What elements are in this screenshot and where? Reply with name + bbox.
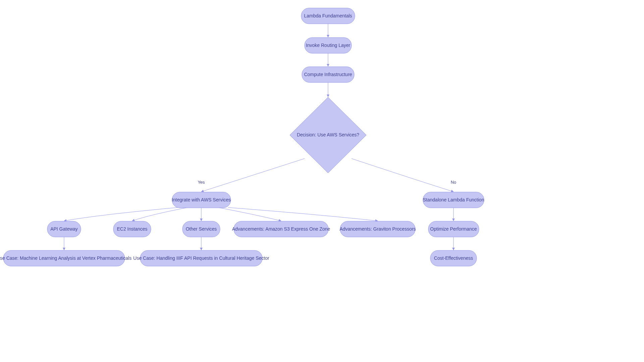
node-graviton: Advancements: Graviton Processors [339, 221, 416, 237]
svg-text:Integrate with AWS Services: Integrate with AWS Services [172, 197, 231, 202]
edge-n4-n6 [352, 159, 453, 192]
node-api-gateway: API Gateway [47, 221, 81, 237]
node-s3-express: Advancements: Amazon S3 Express One Zone [232, 221, 330, 237]
node-compute-infrastructure: Compute Infrastructure [302, 67, 354, 82]
svg-text:Compute Infrastructure: Compute Infrastructure [304, 72, 352, 77]
edge-label-yes: Yes [198, 180, 205, 185]
svg-text:Use Case: Handling IIIF API Re: Use Case: Handling IIIF API Requests in … [133, 255, 269, 261]
svg-text:Advancements: Amazon S3 Expres: Advancements: Amazon S3 Express One Zone [232, 226, 330, 232]
edge-n5-n8 [132, 207, 188, 221]
svg-text:Optimize Performance: Optimize Performance [430, 226, 477, 232]
node-other-services: Other Services [182, 221, 220, 237]
node-usecase-iiif: Use Case: Handling IIIF API Requests in … [133, 250, 269, 266]
svg-text:Decision: Use AWS Services?: Decision: Use AWS Services? [297, 132, 359, 137]
node-invoke-routing-layer: Invoke Routing Layer [305, 38, 352, 53]
node-integrate-aws: Integrate with AWS Services [172, 192, 231, 208]
svg-text:API Gateway: API Gateway [50, 226, 78, 232]
svg-text:Cost-Effectiveness: Cost-Effectiveness [434, 255, 473, 261]
edge-label-no: No [451, 180, 457, 185]
edges: Yes No [64, 24, 456, 250]
svg-text:Use Case: Machine Learning Ana: Use Case: Machine Learning Analysis at V… [0, 255, 131, 261]
edge-n4-n5 [201, 159, 305, 192]
svg-text:Other Services: Other Services [186, 226, 217, 232]
node-ec2-instances: EC2 Instances [113, 221, 151, 237]
node-standalone-lambda: Standalone Lambda Function [423, 192, 484, 208]
svg-text:EC2 Instances: EC2 Instances [117, 226, 147, 232]
edge-n5-n11 [228, 207, 378, 221]
edge-n5-n10 [218, 207, 281, 221]
svg-text:Invoke Routing Layer: Invoke Routing Layer [306, 43, 351, 48]
node-usecase-vertex: Use Case: Machine Learning Analysis at V… [0, 250, 131, 266]
node-lambda-fundamentals: Lambda Fundamentals [301, 8, 355, 24]
svg-text:Advancements: Graviton Process: Advancements: Graviton Processors [339, 226, 416, 232]
svg-text:Lambda Fundamentals: Lambda Fundamentals [304, 13, 352, 18]
edge-n5-n7 [64, 207, 178, 221]
node-decision: Decision: Use AWS Services? [290, 97, 366, 173]
svg-text:Standalone Lambda Function: Standalone Lambda Function [423, 197, 484, 202]
node-cost-effectiveness: Cost-Effectiveness [430, 250, 477, 266]
node-optimize-performance: Optimize Performance [428, 221, 479, 237]
